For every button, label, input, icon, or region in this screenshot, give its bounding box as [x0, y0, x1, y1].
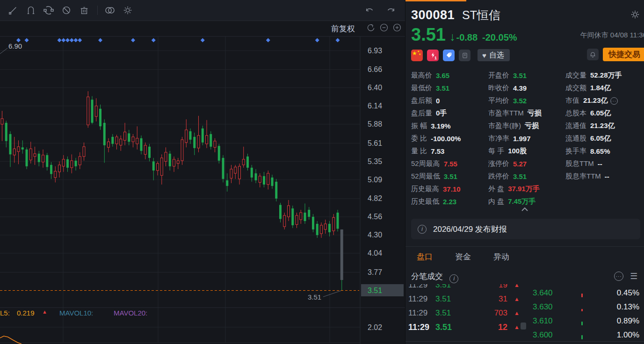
- stat-value: 3.51: [513, 72, 527, 79]
- stat-cell: 开盘价3.51: [488, 69, 565, 82]
- stat-label: 内 盘: [488, 197, 504, 206]
- compare-overlay-icon[interactable]: [104, 5, 116, 16]
- stat-cell: 股息率TTM--: [565, 170, 642, 183]
- stat-label: 跌停价: [488, 172, 509, 181]
- mavol5-label: L5:: [0, 309, 10, 317]
- tick-row: 11:293.5112▲: [408, 320, 520, 334]
- market-cap-more-icon[interactable]: ···: [610, 97, 618, 105]
- drawing-price-label: 6.90: [8, 42, 22, 50]
- y-axis-tick-label: 6.66: [368, 65, 382, 73]
- stat-label: 涨停价: [488, 159, 509, 168]
- chart-settings-icon[interactable]: [122, 5, 133, 16]
- trendline-tool-icon[interactable]: [7, 5, 19, 16]
- stat-value: 3.19%: [431, 122, 451, 130]
- stat-cell: 历史最低2.23: [411, 195, 488, 208]
- more-options-icon[interactable]: ···: [614, 272, 623, 281]
- tick-section-header: 分笔成交 i ··· ☰: [411, 271, 644, 282]
- stat-label: 总股本: [565, 109, 586, 118]
- y-axis-tick-label: 5.09: [368, 176, 382, 184]
- panel-tab-异动[interactable]: 异动: [493, 251, 509, 264]
- quote-panel: 300081 ST恒信 3.51 ↓ -0.88 -20.05% 午间休市 04…: [405, 0, 644, 344]
- tick-up-triangle-icon: ▲: [507, 310, 520, 316]
- y-axis-tick-label: 3.77: [368, 268, 382, 276]
- stat-value: 0手: [436, 109, 447, 118]
- stat-value: --: [605, 172, 609, 180]
- alert-bell-button[interactable]: [587, 49, 599, 60]
- stat-value: 1.997: [513, 135, 531, 143]
- stat-cell: 委 比-100.00%: [411, 132, 488, 145]
- stat-label: 换手率: [565, 147, 586, 156]
- tick-row: 11:293.5131▲: [408, 292, 520, 306]
- stat-label: 盘后额: [411, 96, 432, 105]
- tick-price: 3.51: [435, 294, 465, 304]
- mavol20-label: MAVOL20:: [114, 309, 147, 317]
- panel-tab-盘口[interactable]: 盘口: [417, 251, 433, 264]
- candlestick-chart[interactable]: 3.516.936.666.406.145.885.615.355.094.82…: [0, 21, 405, 344]
- delete-drawings-icon[interactable]: [79, 5, 90, 16]
- stat-label: 52周最低: [411, 172, 440, 181]
- stat-value: 3.51: [436, 84, 449, 92]
- tick-row: 11:293.51703▲: [408, 306, 520, 320]
- stat-value: 2.23: [443, 198, 456, 206]
- event-marker-diamond-icon: [336, 38, 340, 43]
- depth-price: 3.630: [533, 302, 553, 312]
- add-watchlist-button[interactable]: ♥ 自选: [478, 49, 510, 61]
- event-marker-diamond-icon: [131, 38, 135, 43]
- tick-info-icon[interactable]: i: [449, 274, 458, 283]
- stock-app-window: 前复权 3.516.936.666.406.145.885.615.355.09…: [0, 0, 644, 344]
- tick-volume: 12: [465, 322, 507, 332]
- stat-label: 流通值: [565, 122, 586, 130]
- panel-tab-资金[interactable]: 资金: [455, 251, 471, 264]
- tick-price: 3.51: [435, 322, 465, 332]
- quick-trade-button[interactable]: 快捷交易: [603, 48, 644, 61]
- tick-section-title: 分笔成交: [411, 271, 443, 282]
- tick-time: 11:29: [408, 284, 435, 290]
- collapse-stats-button[interactable]: [405, 207, 644, 215]
- panel-settings-icon[interactable]: [630, 9, 640, 20]
- y-axis-tick-label: 5.61: [368, 139, 382, 147]
- stat-label: 量 比: [411, 147, 427, 156]
- stat-cell: 外 盘37.91万手: [488, 183, 565, 195]
- redo-icon[interactable]: [385, 5, 397, 16]
- stat-label: 最高价: [411, 71, 432, 80]
- stat-value: --: [598, 160, 602, 168]
- stat-cell: 平均价3.52: [488, 94, 565, 107]
- stat-value: 6.05亿: [590, 109, 611, 118]
- stat-label: 股息TTM: [565, 159, 594, 168]
- active-tab-indicator: [405, 0, 466, 1]
- depth-mini-bar: [581, 294, 583, 297]
- stat-value: 8.65%: [590, 147, 610, 155]
- drawing-toolbar: [0, 0, 405, 21]
- event-marker-diamond-icon: [58, 38, 62, 43]
- hide-drawings-icon[interactable]: [61, 5, 72, 16]
- stat-label: 历史最高: [411, 185, 439, 194]
- stat-value: 4.39: [513, 84, 527, 92]
- list-scrollbar-thumb[interactable]: [521, 322, 526, 330]
- depth-mini-bar: [581, 335, 583, 339]
- undo-icon[interactable]: [364, 5, 375, 16]
- cn-market-flag-icon: ★★★: [411, 50, 423, 61]
- chart-panel: 前复权 3.516.936.666.406.145.885.615.355.09…: [0, 0, 405, 344]
- stat-cell: 盘后量0手: [411, 107, 488, 120]
- price-change: -0.88: [456, 32, 478, 43]
- list-view-icon[interactable]: ☰: [630, 272, 639, 281]
- earnings-notice[interactable]: i 2026/04/29 发布财报: [411, 219, 640, 239]
- stat-value: 5.27: [513, 160, 527, 168]
- tick-by-tick-list[interactable]: 11:293.5119▲11:293.5131▲11:293.51703▲11:…: [408, 284, 520, 341]
- tick-up-triangle-icon: ▲: [507, 296, 520, 302]
- tick-up-triangle-icon: ▲: [507, 284, 520, 288]
- session-status: 午间休市 04/08 11:30: [580, 31, 644, 40]
- event-marker-diamond-icon: [315, 38, 319, 43]
- stat-label: 历史最低: [411, 197, 439, 206]
- continuous-drawing-icon[interactable]: [43, 5, 54, 16]
- depth-row: 3.6300.13%: [532, 301, 640, 315]
- stat-label: 市值: [565, 96, 579, 105]
- stat-value: 21.23亿: [583, 96, 608, 105]
- stat-cell: 市盈率TTM亏损: [488, 107, 565, 120]
- current-price-axis-label: 3.51: [368, 287, 382, 294]
- stat-cell: 内 盘7.45万手: [488, 195, 565, 208]
- stat-value: 亏损: [528, 109, 542, 118]
- earnings-notice-text: 2026/04/29 发布财报: [433, 224, 507, 235]
- magnet-tool-icon[interactable]: [25, 5, 36, 16]
- stat-value: -100.00%: [431, 135, 461, 143]
